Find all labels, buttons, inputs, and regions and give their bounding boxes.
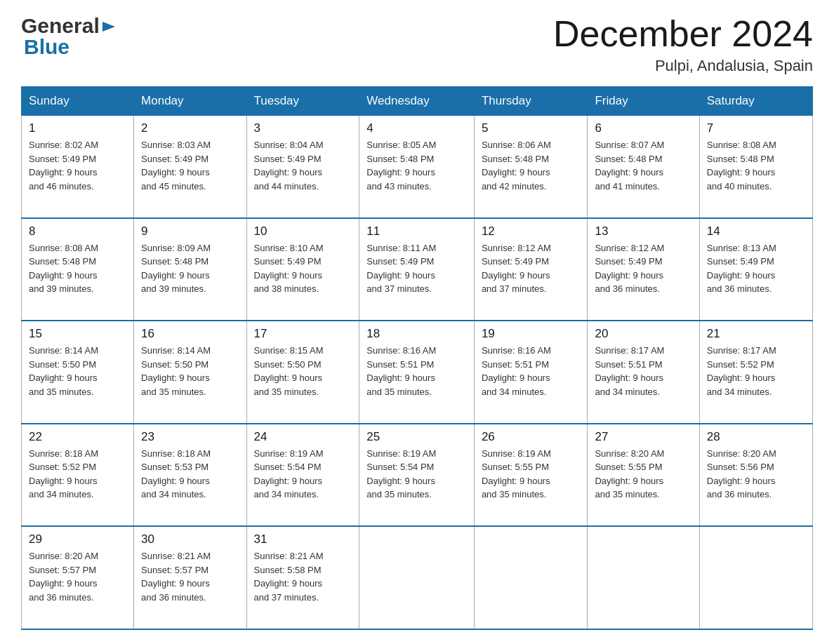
day-number: 16 <box>141 327 239 341</box>
day-number: 15 <box>29 327 126 341</box>
day-info: Sunrise: 8:19 AMSunset: 5:54 PMDaylight:… <box>254 447 352 502</box>
day-cell-31: 31Sunrise: 8:21 AMSunset: 5:58 PMDayligh… <box>246 526 359 629</box>
weekday-header-sunday: Sunday <box>22 87 134 116</box>
day-info: Sunrise: 8:12 AMSunset: 5:49 PMDaylight:… <box>595 241 691 296</box>
day-cell-22: 22Sunrise: 8:18 AMSunset: 5:52 PMDayligh… <box>22 424 134 527</box>
day-cell-19: 19Sunrise: 8:16 AMSunset: 5:51 PMDayligh… <box>474 321 588 424</box>
day-cell-11: 11Sunrise: 8:11 AMSunset: 5:49 PMDayligh… <box>359 218 475 321</box>
day-number: 4 <box>366 121 467 135</box>
weekday-header-saturday: Saturday <box>699 87 812 116</box>
day-info: Sunrise: 8:12 AMSunset: 5:49 PMDaylight:… <box>482 241 581 296</box>
day-info: Sunrise: 8:04 AMSunset: 5:49 PMDaylight:… <box>254 138 352 193</box>
day-number: 2 <box>141 121 239 135</box>
day-cell-12: 12Sunrise: 8:12 AMSunset: 5:49 PMDayligh… <box>474 218 588 321</box>
day-info: Sunrise: 8:18 AMSunset: 5:53 PMDaylight:… <box>141 447 239 502</box>
month-title: December 2024 <box>553 14 813 54</box>
day-number: 10 <box>254 224 352 239</box>
day-info: Sunrise: 8:10 AMSunset: 5:49 PMDaylight:… <box>254 241 352 296</box>
day-info: Sunrise: 8:20 AMSunset: 5:56 PMDaylight:… <box>707 447 805 502</box>
day-number: 8 <box>29 224 126 239</box>
day-cell-5: 5Sunrise: 8:06 AMSunset: 5:48 PMDaylight… <box>474 116 588 218</box>
day-cell-7: 7Sunrise: 8:08 AMSunset: 5:48 PMDaylight… <box>699 116 812 218</box>
day-number: 18 <box>366 327 467 341</box>
day-number: 28 <box>707 430 805 444</box>
day-number: 14 <box>707 224 805 239</box>
day-number: 26 <box>482 430 581 444</box>
week-row-4: 22Sunrise: 8:18 AMSunset: 5:52 PMDayligh… <box>22 424 813 527</box>
day-info: Sunrise: 8:20 AMSunset: 5:57 PMDaylight:… <box>29 549 126 604</box>
day-info: Sunrise: 8:07 AMSunset: 5:48 PMDaylight:… <box>595 138 691 193</box>
weekday-header-monday: Monday <box>134 87 246 116</box>
day-number: 3 <box>254 121 352 135</box>
day-number: 13 <box>595 224 691 239</box>
day-number: 29 <box>29 532 126 546</box>
day-cell-6: 6Sunrise: 8:07 AMSunset: 5:48 PMDaylight… <box>588 116 699 218</box>
day-cell-23: 23Sunrise: 8:18 AMSunset: 5:53 PMDayligh… <box>134 424 246 527</box>
day-cell-10: 10Sunrise: 8:10 AMSunset: 5:49 PMDayligh… <box>246 218 359 321</box>
day-cell-17: 17Sunrise: 8:15 AMSunset: 5:50 PMDayligh… <box>246 321 359 424</box>
day-info: Sunrise: 8:17 AMSunset: 5:51 PMDaylight:… <box>595 344 691 398</box>
day-number: 7 <box>707 121 805 135</box>
logo-arrow-icon <box>101 19 117 34</box>
day-info: Sunrise: 8:20 AMSunset: 5:55 PMDaylight:… <box>595 447 691 502</box>
day-info: Sunrise: 8:06 AMSunset: 5:48 PMDaylight:… <box>482 138 581 193</box>
day-cell-25: 25Sunrise: 8:19 AMSunset: 5:54 PMDayligh… <box>359 424 475 527</box>
page: General Blue December 2024 Pulpi, Andalu… <box>0 0 834 644</box>
day-info: Sunrise: 8:08 AMSunset: 5:48 PMDaylight:… <box>29 241 126 296</box>
empty-cell <box>699 526 812 629</box>
empty-cell <box>588 526 699 629</box>
svg-marker-0 <box>102 22 115 32</box>
day-number: 17 <box>254 327 352 341</box>
day-number: 23 <box>141 430 239 444</box>
week-row-2: 8Sunrise: 8:08 AMSunset: 5:48 PMDaylight… <box>22 218 813 321</box>
location-subtitle: Pulpi, Andalusia, Spain <box>553 57 813 75</box>
logo: General Blue <box>21 14 117 59</box>
week-row-3: 15Sunrise: 8:14 AMSunset: 5:50 PMDayligh… <box>22 321 813 424</box>
day-info: Sunrise: 8:17 AMSunset: 5:52 PMDaylight:… <box>707 344 805 398</box>
day-info: Sunrise: 8:15 AMSunset: 5:50 PMDaylight:… <box>254 344 352 398</box>
day-cell-21: 21Sunrise: 8:17 AMSunset: 5:52 PMDayligh… <box>699 321 812 424</box>
day-number: 19 <box>482 327 581 341</box>
weekday-header-tuesday: Tuesday <box>246 87 359 116</box>
day-cell-28: 28Sunrise: 8:20 AMSunset: 5:56 PMDayligh… <box>699 424 812 527</box>
calendar-table: SundayMondayTuesdayWednesdayThursdayFrid… <box>21 86 813 630</box>
title-section: December 2024 Pulpi, Andalusia, Spain <box>553 14 813 75</box>
day-number: 21 <box>707 327 805 341</box>
day-info: Sunrise: 8:19 AMSunset: 5:54 PMDaylight:… <box>366 447 467 502</box>
week-row-1: 1Sunrise: 8:02 AMSunset: 5:49 PMDaylight… <box>22 116 813 218</box>
day-cell-1: 1Sunrise: 8:02 AMSunset: 5:49 PMDaylight… <box>22 116 134 218</box>
day-cell-15: 15Sunrise: 8:14 AMSunset: 5:50 PMDayligh… <box>22 321 134 424</box>
day-cell-4: 4Sunrise: 8:05 AMSunset: 5:48 PMDaylight… <box>359 116 475 218</box>
week-row-5: 29Sunrise: 8:20 AMSunset: 5:57 PMDayligh… <box>22 526 813 629</box>
day-number: 11 <box>366 224 467 239</box>
day-info: Sunrise: 8:05 AMSunset: 5:48 PMDaylight:… <box>366 138 467 193</box>
day-info: Sunrise: 8:18 AMSunset: 5:52 PMDaylight:… <box>29 447 126 502</box>
day-cell-14: 14Sunrise: 8:13 AMSunset: 5:49 PMDayligh… <box>699 218 812 321</box>
day-cell-29: 29Sunrise: 8:20 AMSunset: 5:57 PMDayligh… <box>22 526 134 629</box>
empty-cell <box>359 526 475 629</box>
logo-general-text: General <box>21 14 100 38</box>
day-cell-27: 27Sunrise: 8:20 AMSunset: 5:55 PMDayligh… <box>588 424 699 527</box>
day-info: Sunrise: 8:03 AMSunset: 5:49 PMDaylight:… <box>141 138 239 193</box>
day-cell-24: 24Sunrise: 8:19 AMSunset: 5:54 PMDayligh… <box>246 424 359 527</box>
day-info: Sunrise: 8:21 AMSunset: 5:57 PMDaylight:… <box>141 549 239 604</box>
day-cell-16: 16Sunrise: 8:14 AMSunset: 5:50 PMDayligh… <box>134 321 246 424</box>
header: General Blue December 2024 Pulpi, Andalu… <box>21 14 813 75</box>
day-number: 24 <box>254 430 352 444</box>
day-cell-13: 13Sunrise: 8:12 AMSunset: 5:49 PMDayligh… <box>588 218 699 321</box>
day-number: 25 <box>366 430 467 444</box>
day-info: Sunrise: 8:14 AMSunset: 5:50 PMDaylight:… <box>29 344 126 398</box>
day-cell-9: 9Sunrise: 8:09 AMSunset: 5:48 PMDaylight… <box>134 218 246 321</box>
empty-cell <box>474 526 588 629</box>
day-cell-18: 18Sunrise: 8:16 AMSunset: 5:51 PMDayligh… <box>359 321 475 424</box>
day-number: 5 <box>482 121 581 135</box>
day-cell-3: 3Sunrise: 8:04 AMSunset: 5:49 PMDaylight… <box>246 116 359 218</box>
day-number: 30 <box>141 532 239 546</box>
logo-blue-text: Blue <box>24 35 70 59</box>
day-cell-2: 2Sunrise: 8:03 AMSunset: 5:49 PMDaylight… <box>134 116 246 218</box>
day-info: Sunrise: 8:09 AMSunset: 5:48 PMDaylight:… <box>141 241 239 296</box>
day-cell-8: 8Sunrise: 8:08 AMSunset: 5:48 PMDaylight… <box>22 218 134 321</box>
day-number: 22 <box>29 430 126 444</box>
day-info: Sunrise: 8:16 AMSunset: 5:51 PMDaylight:… <box>482 344 581 398</box>
day-cell-20: 20Sunrise: 8:17 AMSunset: 5:51 PMDayligh… <box>588 321 699 424</box>
